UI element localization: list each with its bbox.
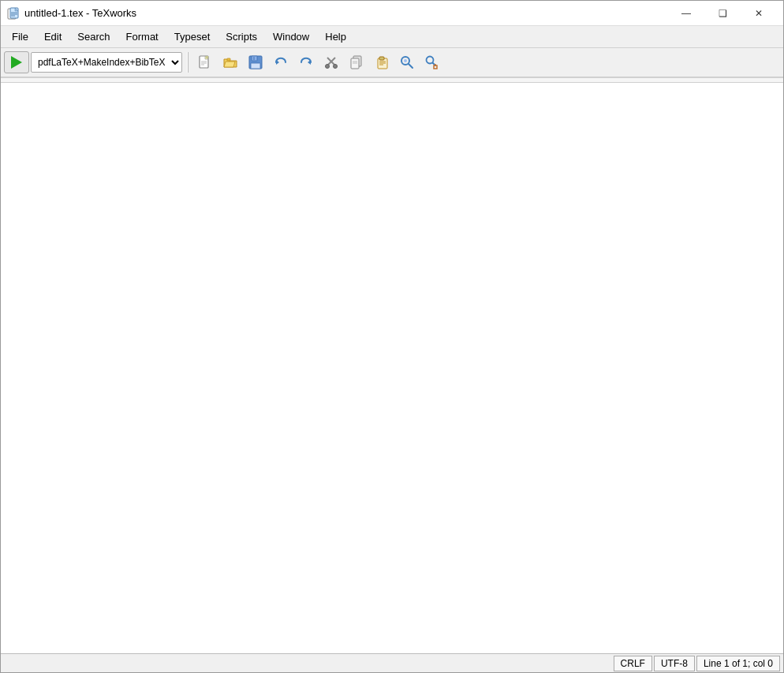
title-bar: untitled-1.tex - TeXworks — ❑ ✕ bbox=[1, 1, 783, 26]
minimize-button[interactable]: — bbox=[668, 1, 704, 26]
run-typeset-button[interactable] bbox=[4, 51, 29, 73]
new-icon bbox=[197, 54, 213, 70]
new-button[interactable] bbox=[193, 51, 217, 73]
encoding-indicator: UTF-8 bbox=[654, 656, 695, 671]
save-button[interactable] bbox=[244, 51, 267, 73]
title-text: untitled-1.tex - TeXworks bbox=[24, 7, 136, 19]
play-icon bbox=[11, 56, 22, 69]
svg-rect-15 bbox=[251, 63, 260, 69]
find-replace-icon bbox=[424, 54, 440, 70]
menu-format[interactable]: Format bbox=[118, 28, 166, 46]
svg-rect-28 bbox=[379, 57, 384, 60]
window-controls: — ❑ ✕ bbox=[668, 1, 777, 26]
svg-point-21 bbox=[326, 65, 330, 69]
svg-marker-18 bbox=[308, 60, 311, 65]
title-left: untitled-1.tex - TeXworks bbox=[7, 7, 136, 20]
maximize-button[interactable]: ❑ bbox=[704, 1, 741, 26]
cursor-position-indicator: Line 1 of 1; col 0 bbox=[696, 656, 780, 671]
find-replace-button[interactable] bbox=[420, 51, 444, 73]
undo-icon bbox=[273, 54, 289, 70]
line-ending-indicator: CRLF bbox=[614, 656, 652, 671]
menu-typeset[interactable]: Typeset bbox=[166, 28, 218, 46]
save-icon bbox=[248, 54, 263, 70]
paste-icon bbox=[374, 54, 390, 70]
svg-line-33 bbox=[409, 64, 413, 68]
status-bar: CRLF UTF-8 Line 1 of 1; col 0 bbox=[1, 653, 783, 672]
menu-window[interactable]: Window bbox=[265, 28, 317, 46]
close-button[interactable]: ✕ bbox=[741, 1, 777, 26]
cut-button[interactable] bbox=[319, 51, 343, 73]
redo-icon bbox=[298, 54, 314, 70]
menu-search[interactable]: Search bbox=[69, 28, 118, 46]
svg-point-22 bbox=[334, 65, 338, 69]
menu-help[interactable]: Help bbox=[317, 28, 354, 46]
cut-icon bbox=[323, 54, 339, 70]
redo-button[interactable] bbox=[294, 51, 318, 73]
toolbar: pdfLaTeX+MakeIndex+BibTeX pdfLaTeX LaTeX… bbox=[1, 48, 783, 78]
menu-edit[interactable]: Edit bbox=[36, 28, 69, 46]
copy-button[interactable] bbox=[345, 51, 368, 73]
app-icon bbox=[7, 7, 20, 20]
find-icon bbox=[399, 54, 415, 70]
editor-area[interactable] bbox=[1, 83, 783, 653]
undo-button[interactable] bbox=[269, 51, 293, 73]
find-button[interactable] bbox=[395, 51, 419, 73]
open-icon bbox=[222, 54, 238, 70]
open-button[interactable] bbox=[218, 51, 242, 73]
menu-file[interactable]: File bbox=[4, 28, 36, 46]
editor-content[interactable] bbox=[1, 83, 783, 653]
svg-marker-17 bbox=[276, 60, 279, 65]
typeset-select[interactable]: pdfLaTeX+MakeIndex+BibTeX pdfLaTeX LaTeX… bbox=[31, 52, 182, 73]
copy-icon bbox=[349, 54, 364, 70]
toolbar-separator bbox=[187, 52, 189, 73]
menu-scripts[interactable]: Scripts bbox=[218, 28, 265, 46]
svg-rect-12 bbox=[227, 58, 230, 61]
svg-point-34 bbox=[404, 59, 407, 62]
menu-bar: File Edit Search Format Typeset Scripts … bbox=[1, 26, 783, 48]
paste-button[interactable] bbox=[370, 51, 394, 73]
